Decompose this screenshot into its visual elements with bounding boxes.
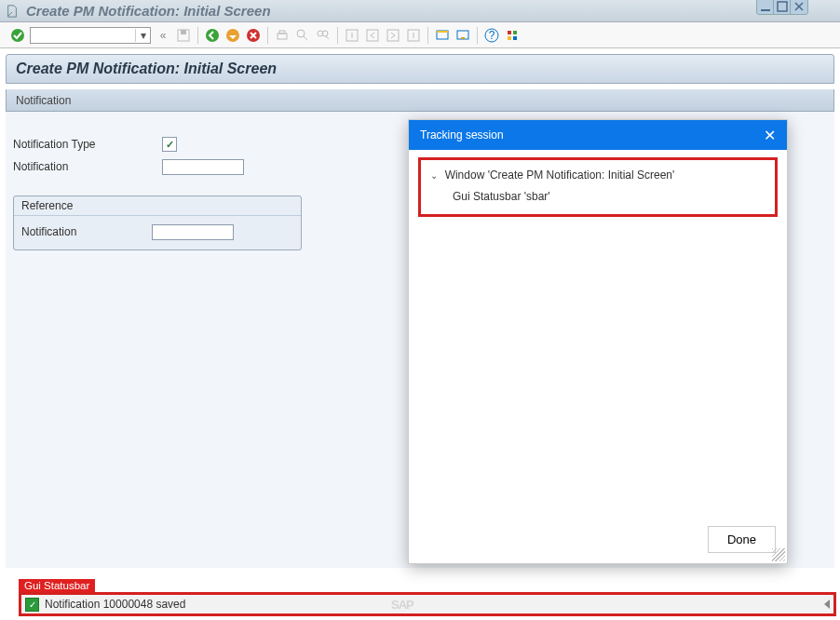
tracking-session-dialog: Tracking session ✕ ⌄ Window 'Create PM N… (408, 119, 788, 564)
tab-notification[interactable]: Notification (6, 89, 834, 112)
svg-rect-8 (278, 34, 287, 39)
notification-label: Notification (13, 160, 162, 173)
tab-label: Notification (16, 94, 71, 107)
svg-point-5 (206, 29, 219, 42)
tree-highlight: ⌄ Window 'Create PM Notification: Initia… (418, 157, 778, 217)
status-expand-icon[interactable] (824, 600, 830, 609)
notification-field[interactable] (162, 159, 244, 175)
toolbar-separator (337, 27, 338, 44)
status-message: Notification 10000048 saved (45, 598, 185, 611)
svg-rect-0 (761, 9, 770, 11)
collapse-icon[interactable]: « (155, 27, 171, 44)
toolbar-separator (267, 27, 268, 44)
page-title: Create PM Notification: Initial Screen (16, 61, 824, 77)
toolbar-separator (197, 27, 198, 44)
window-controls (756, 0, 808, 15)
cancel-button[interactable] (245, 27, 262, 44)
svg-rect-9 (279, 31, 285, 34)
accept-button[interactable] (9, 27, 26, 44)
dialog-footer: Done (409, 515, 787, 563)
settings-button[interactable] (504, 27, 521, 44)
exit-button[interactable] (224, 27, 241, 44)
back-button[interactable] (204, 27, 221, 44)
dialog-title: Tracking session (420, 128, 504, 142)
gui-statusbar: ✓ Notification 10000048 saved SAP (19, 592, 836, 616)
new-session-button[interactable] (434, 27, 451, 44)
page-icon (6, 5, 19, 18)
reference-title: Reference (14, 196, 301, 216)
first-page-button[interactable] (344, 27, 360, 44)
maximize-button[interactable] (774, 0, 791, 14)
tree-node-label: Window 'Create PM Notification: Initial … (445, 168, 675, 182)
screen-header: Create PM Notification: Initial Screen (6, 54, 834, 84)
svg-point-10 (297, 30, 305, 37)
sap-logo: SAP (391, 598, 413, 612)
success-icon: ✓ (25, 598, 39, 612)
chevron-down-icon[interactable]: ⌄ (430, 170, 438, 181)
next-page-button[interactable] (385, 27, 401, 44)
svg-rect-26 (513, 36, 517, 40)
svg-rect-24 (513, 31, 517, 34)
tree-node-label: Gui Statusbar 'sbar' (453, 190, 550, 203)
toolbar-separator (427, 27, 428, 44)
window-title-bar: Create PM Notification: Initial Screen (0, 0, 840, 22)
svg-text:?: ? (489, 29, 495, 42)
dialog-titlebar: Tracking session ✕ (409, 120, 787, 150)
svg-rect-15 (387, 30, 399, 41)
dialog-body: ⌄ Window 'Create PM Notification: Initia… (409, 150, 787, 515)
row-ref-notification: Notification (21, 222, 293, 242)
help-button[interactable]: ? (483, 27, 500, 44)
notification-type-label: Notification Type (13, 138, 162, 151)
ref-notification-label: Notification (21, 225, 152, 238)
svg-rect-23 (508, 31, 511, 34)
app-toolbar: ▾ « ? (0, 22, 840, 48)
close-button[interactable] (791, 0, 807, 14)
done-button[interactable]: Done (708, 526, 776, 553)
tree-node-statusbar[interactable]: Gui Statusbar 'sbar' (425, 185, 771, 207)
prev-page-button[interactable] (364, 27, 381, 44)
print-button[interactable] (274, 27, 291, 44)
statusbar-callout-label: Gui Statusbar (19, 579, 95, 592)
window-title: Create PM Notification: Initial Screen (26, 3, 834, 19)
dropdown-arrow-icon[interactable]: ▾ (135, 29, 150, 42)
svg-rect-4 (181, 30, 186, 34)
svg-rect-18 (437, 31, 448, 33)
save-button[interactable] (175, 27, 192, 44)
svg-rect-14 (367, 30, 378, 41)
resize-grip[interactable] (772, 548, 785, 561)
find-button[interactable] (294, 27, 311, 44)
svg-rect-1 (778, 2, 787, 11)
last-page-button[interactable] (405, 27, 422, 44)
minimize-button[interactable] (757, 0, 774, 14)
layout-button[interactable] (454, 27, 471, 44)
toolbar-separator (477, 27, 478, 44)
command-field[interactable]: ▾ (30, 27, 151, 44)
notification-type-checkbox[interactable]: ✓ (162, 137, 177, 152)
svg-rect-25 (508, 36, 511, 40)
ref-notification-field[interactable] (152, 224, 234, 240)
svg-rect-20 (461, 37, 465, 39)
tree-node-window[interactable]: ⌄ Window 'Create PM Notification: Initia… (425, 164, 771, 185)
close-icon[interactable]: ✕ (764, 127, 776, 144)
find-next-button[interactable] (315, 27, 332, 44)
svg-point-2 (11, 29, 24, 42)
reference-groupbox: Reference Notification (13, 195, 302, 250)
